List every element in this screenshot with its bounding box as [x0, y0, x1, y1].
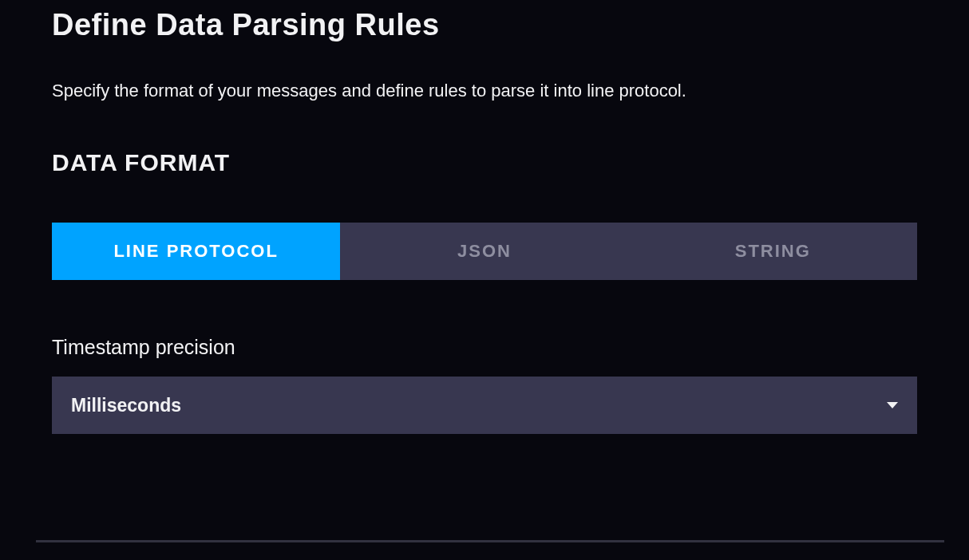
tab-json[interactable]: JSON	[340, 223, 628, 280]
tab-label: JSON	[457, 241, 512, 262]
page-title: Define Data Parsing Rules	[52, 8, 917, 42]
divider	[36, 540, 944, 542]
page-description: Specify the format of your messages and …	[52, 81, 917, 101]
tab-label: STRING	[735, 241, 811, 262]
tab-line-protocol[interactable]: LINE PROTOCOL	[52, 223, 340, 280]
tab-string[interactable]: STRING	[629, 223, 917, 280]
caret-down-icon	[887, 402, 898, 408]
timestamp-precision-select-wrapper: Milliseconds	[52, 377, 917, 434]
data-format-tabs: LINE PROTOCOL JSON STRING	[52, 223, 917, 280]
tab-label: LINE PROTOCOL	[113, 241, 279, 262]
timestamp-precision-label: Timestamp precision	[52, 336, 917, 359]
timestamp-precision-select[interactable]: Milliseconds	[52, 377, 917, 434]
data-format-heading: DATA FORMAT	[52, 149, 917, 176]
select-value: Milliseconds	[71, 395, 181, 416]
